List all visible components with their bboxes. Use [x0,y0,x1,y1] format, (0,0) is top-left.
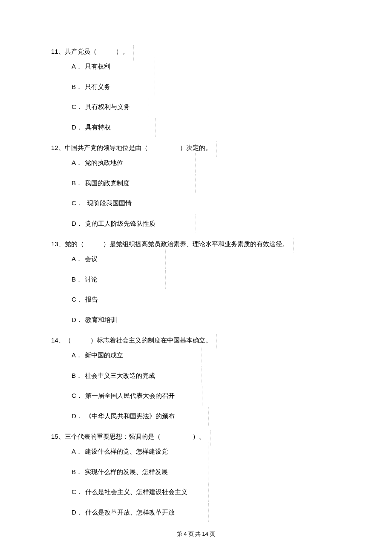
option-text: 讨论 [85,276,98,283]
option-text: 第一届全国人民代表大会的召开 [85,392,175,399]
option-c: C．报告 [72,295,341,304]
question-11: 11、共产党员（ ）。 A．只有权利 B．只有义务 C．具有权利与义务 D．具有… [51,47,341,132]
option-letter: C． [72,103,83,110]
current-page: 4 [184,531,187,537]
option-letter: A． [72,63,82,70]
stem-before: 党的（ [65,241,84,247]
option-letter: A． [72,351,82,359]
option-c: C．第一届全国人民代表大会的召开 [72,391,341,400]
option-letter: A． [72,448,82,455]
option-letter: B． [72,83,82,90]
blank [84,241,103,247]
question-number: 12 [51,144,58,151]
option-letter: C． [72,488,83,495]
option-text: 什么是改革开放、怎样改革开放 [85,509,175,516]
option-text: 具有特权 [85,124,111,131]
question-11-options: A．只有权利 B．只有义务 C．具有权利与义务 D．具有特权 [72,62,341,132]
document-page: 11、共产党员（ ）。 A．只有权利 B．只有义务 C．具有权利与义务 D．具有… [0,0,392,555]
question-12-options: A．党的执政地位 B．我国的政党制度 C． 现阶段我国国情 D．党的工人阶级先锋… [72,158,341,228]
option-text: 只有义务 [85,83,110,90]
stem-after: ）。 [116,48,129,55]
option-d: D．党的工人阶级先锋队性质 [72,219,341,228]
footer-text: 第 [177,531,184,537]
option-b: B．实现什么样的发展、怎样发展 [72,468,341,477]
question-14-options: A．新中国的成立 B．社会主义三大改造的完成 C．第一届全国人民代表大会的召开 … [72,351,341,420]
question-12-stem: 12、中国共产党的领导地位是由（ ）决定的。 [51,143,341,152]
footer-text: 页 [208,531,215,537]
question-15-stem: 15、三个代表的重要思想：强调的是（ ）。 [51,432,341,441]
page-footer: 第 4 页 共 14 页 [0,530,392,538]
stem-before: 共产党员（ [65,48,97,55]
option-letter: D． [72,220,83,227]
option-text: 报告 [85,296,98,303]
option-text: 什么是社会主义、怎样建设社会主义 [85,489,187,495]
option-b: B．只有义务 [72,83,341,92]
stem-after: ）标志着社会主义的制度在中国基本确立。 [90,337,212,344]
option-b: B．讨论 [72,275,341,284]
option-letter: B． [72,468,82,475]
option-letter: D． [72,412,83,420]
footer-text: 页 共 [187,531,202,537]
option-a: A．建设什么样的党、怎样建设党 [72,447,341,456]
option-text: 只有权利 [85,63,110,70]
option-text: 教育和培训 [85,316,117,323]
sep: 、 [58,433,65,440]
sep: 、 [58,48,65,55]
option-letter: C． [72,392,83,399]
option-d: D．什么是改革开放、怎样改革开放 [72,508,341,517]
option-letter: A． [72,159,82,166]
stem-before: （ [65,337,71,344]
option-c: C． 现阶段我国国情 [72,199,341,208]
option-text: 会议 [85,256,98,262]
option-text: 《中华人民共和国宪法》的颁布 [85,413,175,420]
question-15-options: A．建设什么样的党、怎样建设党 B．实现什么样的发展、怎样发展 C．什么是社会主… [72,447,341,517]
option-text: 具有权利与义务 [85,104,130,110]
option-a: A．党的执政地位 [72,158,341,167]
total-pages: 14 [202,531,208,537]
option-d: D．教育和培训 [72,316,341,325]
question-12: 12、中国共产党的领导地位是由（ ）决定的。 A．党的执政地位 B．我国的政党制… [51,143,341,228]
option-letter: D． [72,509,83,516]
option-letter: B． [72,179,82,187]
option-letter: D． [72,124,83,131]
option-text: 我国的政党制度 [85,180,130,187]
question-13-options: A．会议 B．讨论 C．报告 D．教育和培训 [72,255,341,324]
sep: 、 [58,144,65,151]
option-text: 现阶段我国国情 [85,200,132,207]
option-text: 党的执政地位 [85,159,123,166]
option-c: C．具有权利与义务 [72,103,341,112]
blank [71,337,90,344]
blank [148,144,180,151]
question-13-stem: 13、党的（ ）是党组织提高党员政治素养、理论水平和业务素质的有效途径。 [51,239,341,249]
stem-after: ）是党组织提高党员政治素养、理论水平和业务素质的有效途径。 [103,241,288,247]
stem-after: ）。 [193,433,205,440]
question-number: 15 [51,433,58,440]
question-15: 15、三个代表的重要思想：强调的是（ ）。 A．建设什么样的党、怎样建设党 B．… [51,432,341,517]
question-number: 11 [51,48,58,55]
option-letter: D． [72,316,83,323]
option-text: 党的工人阶级先锋队性质 [85,220,156,227]
question-13: 13、党的（ ）是党组织提高党员政治素养、理论水平和业务素质的有效途径。 A．会… [51,239,341,324]
option-b: B．我国的政党制度 [72,179,341,188]
option-b: B．社会主义三大改造的完成 [72,371,341,380]
option-letter: C． [72,199,83,207]
option-text: 建设什么样的党、怎样建设党 [85,448,168,455]
option-a: A．只有权利 [72,62,341,71]
option-a: A．会议 [72,255,341,264]
blank [161,433,193,440]
option-text: 社会主义三大改造的完成 [85,372,155,379]
question-14-stem: 14、（ ）标志着社会主义的制度在中国基本确立。 [51,336,341,345]
option-c: C．什么是社会主义、怎样建设社会主义 [72,488,341,497]
sep: 、 [58,241,65,247]
option-letter: C． [72,296,83,303]
option-d: D．《中华人民共和国宪法》的颁布 [72,412,341,421]
option-a: A．新中国的成立 [72,351,341,360]
blank [97,48,116,55]
sep: 、 [58,337,65,344]
option-text: 实现什么样的发展、怎样发展 [85,469,168,475]
question-number: 13 [51,240,58,247]
option-letter: B． [72,372,82,379]
stem-before: 三个代表的重要思想：强调的是（ [65,433,161,440]
option-d: D．具有特权 [72,123,341,132]
stem-before: 中国共产党的领导地位是由（ [65,144,148,151]
